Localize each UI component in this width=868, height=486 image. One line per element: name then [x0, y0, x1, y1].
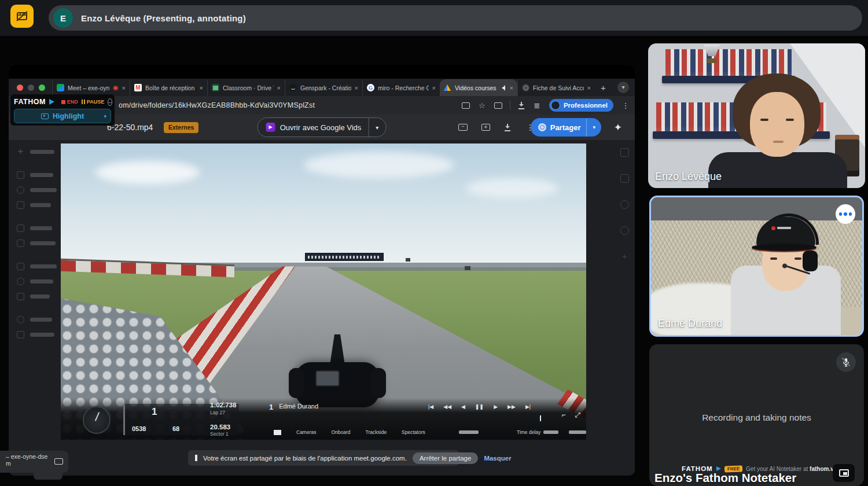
- pause-icon[interactable]: ❚❚: [475, 404, 484, 410]
- minimize-window-button[interactable]: [28, 84, 34, 91]
- fast-forward-icon[interactable]: ▶▶: [507, 404, 516, 410]
- calendar-icon: [620, 148, 629, 157]
- participant-torso: [708, 152, 847, 188]
- race-position: 1: [152, 406, 157, 418]
- contacts-icon: [620, 226, 629, 235]
- keep-icon: [620, 174, 629, 183]
- play-icon[interactable]: ▶: [494, 404, 498, 410]
- profile-chip[interactable]: Professionnel: [549, 99, 613, 112]
- participant-tile-notetaker[interactable]: Recording and taking notes FATHOM FREE G…: [649, 344, 864, 486]
- participant-tile-edme[interactable]: Edmé Durand: [649, 196, 864, 337]
- replay-controls[interactable]: |◀ ◀◀ ◀ ❚❚ ▶ ▶▶ ▶|: [428, 404, 531, 410]
- gemini-sparkle-icon[interactable]: ✦: [614, 122, 622, 134]
- steering-gauge: [83, 406, 111, 434]
- close-window-button[interactable]: [17, 84, 23, 91]
- fathom-widget: FATHOM END PAUSE – Highlight ▾: [10, 94, 115, 126]
- recording-icon: ◉: [113, 84, 119, 91]
- share-label: Partager: [550, 123, 581, 132]
- chevron-down-icon[interactable]: ▾: [369, 124, 385, 131]
- participant-name: Enzo Lévêque: [655, 171, 722, 183]
- skip-end-icon[interactable]: ▶|: [525, 404, 531, 410]
- pause-share-icon[interactable]: [195, 455, 197, 461]
- tile-options-button[interactable]: [836, 204, 855, 224]
- tab-videos-courses[interactable]: Vidéos courses ×: [440, 79, 517, 96]
- camera-selector-row[interactable]: Cameras Onboard Trackside Spectators: [274, 429, 425, 435]
- hud-number: 68: [172, 425, 179, 432]
- meet-icon: [57, 84, 64, 91]
- chevron-down-icon[interactable]: ▾: [104, 113, 106, 119]
- drive-content-area: + +: [9, 140, 635, 476]
- close-icon[interactable]: ×: [355, 84, 358, 91]
- participant-tile-enzo[interactable]: Enzo Lévêque: [648, 43, 865, 188]
- drive-icon: [444, 84, 451, 91]
- video-player[interactable]: 1 0538 68 1:02.738 Lap 27 20.583 Sector …: [61, 143, 586, 440]
- audio-playing-icon[interactable]: [502, 86, 505, 90]
- close-icon[interactable]: ×: [200, 84, 203, 91]
- fathom-brand: FATHOM: [14, 98, 46, 106]
- tab-genspark[interactable]: Genspark - Créatio ×: [285, 79, 362, 96]
- shared-screen-window: Meet – exe-oyn ◉ × M Boîte de réception …: [9, 65, 635, 476]
- tab-label: Genspark - Créatio: [300, 84, 351, 91]
- highlight-button[interactable]: Highlight ▾: [14, 109, 111, 123]
- cast-icon[interactable]: [462, 102, 470, 109]
- rewind-icon[interactable]: ◀◀: [443, 404, 451, 410]
- add-addon-icon: +: [620, 252, 629, 261]
- divider: [510, 101, 510, 110]
- downloads-icon[interactable]: [518, 102, 525, 109]
- url-input[interactable]: om/drive/folders/16kHwXGzEAB8Bhbb-KdVai3…: [119, 96, 315, 115]
- close-icon[interactable]: ×: [277, 84, 281, 91]
- tab-fiche-suivi[interactable]: Fiche de Suivi Acco ×: [517, 79, 595, 96]
- bookmark-star-icon[interactable]: ☆: [477, 101, 487, 110]
- chevron-down-icon[interactable]: ▾: [587, 124, 601, 130]
- new-icon: +: [17, 146, 24, 157]
- camera-option[interactable]: Onboard: [331, 429, 350, 435]
- share-button[interactable]: Partager ▾: [531, 118, 601, 137]
- fathom-app-icon[interactable]: [10, 5, 34, 28]
- pause-recording-button[interactable]: PAUSE: [82, 99, 104, 105]
- camera-option[interactable]: Trackside: [366, 429, 387, 435]
- tab-classroom[interactable]: Classroom · Drive Y ×: [207, 79, 285, 96]
- step-back-icon[interactable]: ◀: [461, 404, 465, 410]
- zoom-window-button[interactable]: [39, 84, 45, 91]
- side-panel-icon[interactable]: [494, 102, 502, 109]
- highlight-label: Highlight: [53, 112, 84, 120]
- picture-in-picture-button[interactable]: [833, 464, 855, 482]
- timeline-cursor: [540, 415, 541, 421]
- open-with-button[interactable]: ▶ Ouvrir avec Google Vids ▾: [258, 117, 387, 137]
- stop-share-button[interactable]: Arrêter le partage: [413, 452, 479, 464]
- lap-time: 1:02.738: [210, 402, 236, 408]
- end-recording-button[interactable]: END: [61, 99, 78, 105]
- presenter-pill[interactable]: E Enzo Lévêque (Presenting, annotating): [49, 5, 862, 31]
- skip-start-icon[interactable]: |◀: [428, 404, 433, 410]
- tab-miro-search[interactable]: G miro - Recherche G ×: [362, 79, 440, 96]
- external-badge: Externes: [164, 122, 198, 133]
- close-icon[interactable]: ×: [432, 84, 436, 91]
- add-comment-icon[interactable]: [481, 124, 490, 131]
- tab-gmail[interactable]: M Boîte de réception ( ×: [130, 79, 207, 96]
- tab-meet[interactable]: Meet – exe-oyn ◉ ×: [52, 79, 130, 96]
- pip-icon: [839, 469, 849, 477]
- distant-car: [465, 266, 470, 270]
- close-icon[interactable]: ×: [587, 84, 591, 91]
- new-tab-button[interactable]: +: [595, 83, 612, 96]
- reading-list-icon[interactable]: ≣: [532, 101, 542, 110]
- hide-banner-link[interactable]: Masquer: [484, 455, 511, 462]
- expand-icon[interactable]: ⤢: [575, 411, 580, 419]
- move-to-folder-icon[interactable]: [458, 124, 468, 131]
- minimize-widget-button[interactable]: –: [108, 98, 112, 106]
- share-message: Votre écran est partagé par le biais de …: [203, 455, 407, 462]
- participant-name: Edmé Durand: [658, 318, 722, 330]
- fathom-flag-icon: [49, 99, 54, 105]
- close-icon[interactable]: ×: [122, 84, 126, 91]
- camera-option[interactable]: Cameras: [296, 429, 316, 435]
- browser-menu-icon[interactable]: ⋮: [621, 101, 630, 110]
- browser-tab-strip: Meet – exe-oyn ◉ × M Boîte de réception …: [9, 79, 635, 96]
- camera-option[interactable]: Spectators: [402, 429, 425, 435]
- google-vids-icon: ▶: [266, 123, 275, 132]
- tab-search-chevron[interactable]: ▾: [617, 82, 629, 93]
- classroom-icon: [212, 84, 219, 91]
- download-icon[interactable]: [504, 124, 511, 131]
- meeting-code-chip[interactable]: – exe-oyne-dse m: [0, 451, 68, 473]
- lock-camera-icon[interactable]: ⌐: [561, 411, 565, 419]
- close-icon[interactable]: ×: [510, 84, 513, 91]
